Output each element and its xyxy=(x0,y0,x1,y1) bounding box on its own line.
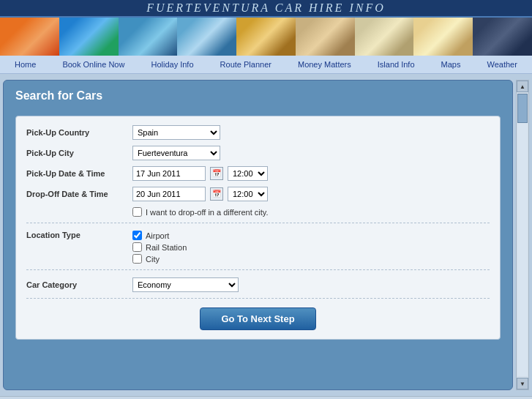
nav-item-maps[interactable]: Maps xyxy=(438,59,464,70)
photo-2 xyxy=(119,18,178,56)
pickup-city-select[interactable]: Fuerteventura xyxy=(132,146,220,160)
dropoff-datetime-label: Drop-Off Date & Time xyxy=(26,190,132,198)
different-city-row: I want to drop-off in a different city. xyxy=(132,207,490,217)
nav-item-weather[interactable]: Weather xyxy=(484,59,520,70)
car-category-row: Car Category Economy Compact Intermediat… xyxy=(26,277,490,292)
location-type-label: Location Type xyxy=(26,231,132,239)
photo-1 xyxy=(59,18,119,56)
photo-8 xyxy=(473,18,532,56)
dropoff-datetime-controls: 📅 12:00 00:0006:0008:00 09:0010:0011:00 … xyxy=(132,187,268,201)
footer: © 2004 Fuerteventura-Car-Hire.Info xyxy=(0,396,532,399)
dropoff-datetime-row: Drop-Off Date & Time 📅 12:00 00:0006:000… xyxy=(26,187,490,201)
location-type-radio-group: Airport Rail Station City xyxy=(132,231,187,264)
different-city-label: I want to drop-off in a different city. xyxy=(146,208,269,217)
dropoff-date-input[interactable] xyxy=(132,187,206,201)
airport-radio-item: Airport xyxy=(132,231,187,240)
dropoff-time-select[interactable]: 12:00 00:0006:0008:00 09:0010:0011:00 13… xyxy=(228,187,268,201)
pickup-city-controls: Fuerteventura xyxy=(132,146,220,160)
location-type-row: Location Type Airport Rail Station Ci xyxy=(26,231,490,264)
photo-6 xyxy=(355,18,414,56)
nav-item-home[interactable]: Home xyxy=(12,59,39,70)
nav-item-book-online[interactable]: Book Online Now xyxy=(59,59,127,70)
city-label: City xyxy=(146,255,160,264)
panel-title: Search for Cars xyxy=(15,89,501,105)
nav-item-island-info[interactable]: Island Info xyxy=(375,59,418,70)
photo-strip xyxy=(0,18,532,56)
dropoff-calendar-icon[interactable]: 📅 xyxy=(210,187,223,201)
airport-checkbox[interactable] xyxy=(132,231,142,240)
scroll-track[interactable] xyxy=(517,94,528,376)
scrollbar[interactable]: ▲ ▼ xyxy=(516,80,529,390)
rail-station-label: Rail Station xyxy=(146,243,187,252)
nav-item-money-matters[interactable]: Money Matters xyxy=(295,59,354,70)
photo-5 xyxy=(296,18,355,56)
go-next-step-button[interactable]: Go To Next Step xyxy=(200,307,315,330)
main-area: Search for Cars Pick-Up Country Spain Pi… xyxy=(0,74,532,396)
car-category-section: Car Category Economy Compact Intermediat… xyxy=(26,269,490,292)
content-panel: Search for Cars Pick-Up Country Spain Pi… xyxy=(3,80,513,390)
pickup-country-label: Pick-Up Country xyxy=(26,128,132,137)
location-type-section: Location Type Airport Rail Station Ci xyxy=(26,223,490,264)
site-title: Fuerteventura Car Hire Info xyxy=(146,1,385,14)
pickup-datetime-controls: 📅 12:00 00:0006:0008:00 09:0010:0011:00 … xyxy=(132,166,268,181)
city-radio-item: City xyxy=(132,254,187,264)
scroll-thumb[interactable] xyxy=(517,94,528,123)
pickup-datetime-label: Pick-Up Date & Time xyxy=(26,169,132,178)
car-category-label: Car Category xyxy=(26,280,132,289)
city-checkbox[interactable] xyxy=(132,254,142,264)
nav-item-holiday-info[interactable]: Holiday Info xyxy=(148,59,196,70)
rail-station-checkbox[interactable] xyxy=(132,242,142,252)
pickup-country-select[interactable]: Spain xyxy=(132,125,220,140)
pickup-date-input[interactable] xyxy=(132,166,206,181)
pickup-datetime-row: Pick-Up Date & Time 📅 12:00 00:0006:0008… xyxy=(26,166,490,181)
scroll-up-arrow[interactable]: ▲ xyxy=(517,81,528,92)
photo-3 xyxy=(177,18,236,56)
scroll-down-arrow[interactable]: ▼ xyxy=(517,378,528,389)
pickup-city-row: Pick-Up City Fuerteventura xyxy=(26,146,490,160)
search-form: Pick-Up Country Spain Pick-Up City Fuert… xyxy=(15,116,501,340)
pickup-calendar-icon[interactable]: 📅 xyxy=(210,167,223,180)
pickup-city-label: Pick-Up City xyxy=(26,149,132,157)
car-category-select[interactable]: Economy Compact Intermediate Full Size L… xyxy=(132,277,239,292)
photo-4 xyxy=(236,18,296,56)
airport-label: Airport xyxy=(146,231,169,240)
nav-item-route-planner[interactable]: Route Planner xyxy=(217,59,274,70)
pickup-country-row: Pick-Up Country Spain xyxy=(26,125,490,140)
header-banner: Fuerteventura Car Hire Info xyxy=(0,0,532,18)
rail-station-radio-item: Rail Station xyxy=(132,242,187,252)
photo-7 xyxy=(413,18,473,56)
photo-0 xyxy=(0,18,59,56)
pickup-time-select[interactable]: 12:00 00:0006:0008:00 09:0010:0011:00 13… xyxy=(228,166,268,181)
different-city-checkbox[interactable] xyxy=(132,207,142,217)
nav-bar: HomeBook Online NowHoliday InfoRoute Pla… xyxy=(0,56,532,74)
pickup-country-controls: Spain xyxy=(132,125,220,140)
car-category-controls: Economy Compact Intermediate Full Size L… xyxy=(132,277,239,292)
button-row: Go To Next Step xyxy=(26,298,490,330)
